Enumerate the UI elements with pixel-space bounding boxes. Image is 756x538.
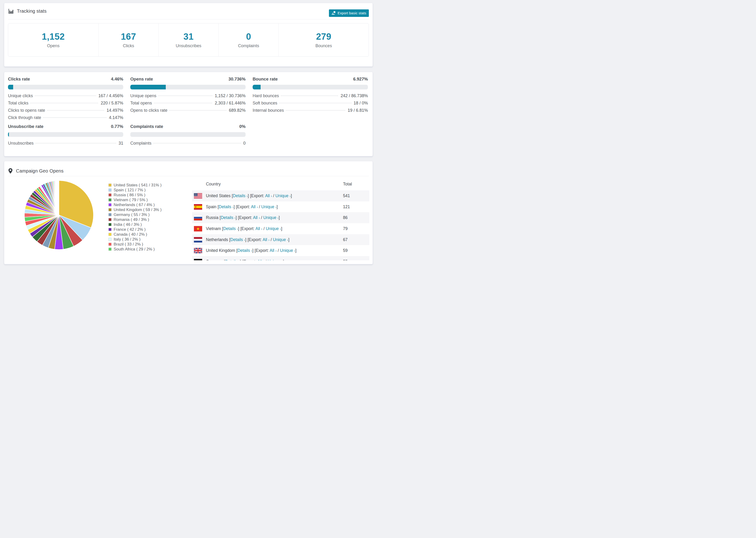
rate-row-label: Total opens xyxy=(130,99,152,107)
export-unique-link[interactable]: Unique › xyxy=(275,193,291,198)
rate-row: Total opens2,303 / 61.446% xyxy=(130,99,245,107)
export-all-label: All xyxy=(255,226,260,231)
geo-country-cell: Germany [Details ›] [Export: All › / Uni… xyxy=(202,259,343,260)
details-link-label: Details xyxy=(225,259,238,260)
rate-group-header: Clicks rate4.46% xyxy=(8,77,123,82)
bar-chart-icon xyxy=(8,8,14,14)
export-all-label: All xyxy=(251,204,255,209)
geo-opens-card: Campaign Geo Opens United States ( 541 /… xyxy=(4,161,373,264)
geo-table-row-us: United States [Details ›] [Export: All ›… xyxy=(192,190,369,201)
rate-row: Unique opens1,152 / 30.736% xyxy=(130,92,245,99)
stat-value: 31 xyxy=(183,32,193,42)
pie-svg xyxy=(24,180,94,250)
rate-group-header: Complaints rate0% xyxy=(130,124,245,129)
rate-row-label: Unique clicks xyxy=(8,92,33,99)
rate-title: Opens rate xyxy=(130,77,153,82)
geo-table-body: United States [Details ›] [Export: All ›… xyxy=(192,190,369,260)
map-pin-icon xyxy=(8,168,13,174)
rate-row-value: 242 / 86.738% xyxy=(341,92,368,99)
dotted-leader xyxy=(286,110,346,111)
legend-item-russia: Russia ( 86 / 5% ) xyxy=(108,192,162,197)
geo-body: United States ( 541 / 31% )Spain ( 121 /… xyxy=(4,176,373,265)
details-link[interactable]: Details › xyxy=(219,204,234,209)
export-unique-link[interactable]: Unique › xyxy=(261,204,277,209)
rate-progress-fill xyxy=(253,85,261,89)
export-unique-link[interactable]: Unique › xyxy=(280,248,296,253)
export-unique-link[interactable]: Unique › xyxy=(266,226,281,231)
legend-item-united-kingdom: United Kingdom ( 59 / 3% ) xyxy=(108,207,162,212)
flag-svg-de xyxy=(194,259,202,260)
stat-tile-clicks: 167Clicks xyxy=(98,24,158,56)
rate-rows: Unique opens1,152 / 30.736%Total opens2,… xyxy=(130,92,245,114)
export-all-link[interactable]: All › xyxy=(257,259,264,260)
rate-group-opens-rate: Opens rate30.736%Unique opens1,152 / 30.… xyxy=(130,77,245,121)
details-link[interactable]: Details › xyxy=(233,193,248,198)
dotted-leader xyxy=(35,95,96,96)
geo-country-cell: Russia [Details ›] [Export: All › / Uniq… xyxy=(202,215,343,220)
rate-row: Clicks to opens rate14.497% xyxy=(8,107,123,114)
export-all-link[interactable]: All › xyxy=(262,237,269,242)
stat-tile-unsubscribes: 31Unsubscribes xyxy=(158,24,219,56)
rate-title: Clicks rate xyxy=(8,77,30,82)
rates-card: Clicks rate4.46%Unique clicks167 / 4.456… xyxy=(4,72,373,156)
rate-rows: Unsubscribes31 xyxy=(8,140,123,147)
country-name: Spain xyxy=(206,204,216,209)
export-all-link[interactable]: All › xyxy=(270,248,277,253)
geo-country-cell: United States [Details ›] [Export: All ›… xyxy=(202,193,343,198)
details-link[interactable]: Details › xyxy=(221,215,236,220)
legend-label: Brazil ( 33 / 2% ) xyxy=(114,242,143,247)
rate-group-header: Opens rate30.736% xyxy=(130,77,245,82)
export-all-link[interactable]: All › xyxy=(253,215,260,220)
flag-svg-vn xyxy=(194,226,202,232)
geo-total-cell: 67 xyxy=(343,237,369,242)
flag-icon-us xyxy=(194,193,202,198)
chevron-right-icon: › xyxy=(237,227,238,231)
details-link-label: Details xyxy=(233,193,245,198)
rate-title: Bounce rate xyxy=(253,77,278,82)
rate-row-label: Click through rate xyxy=(8,114,41,121)
export-all-link[interactable]: All › xyxy=(255,226,262,231)
export-unique-link[interactable]: Unique › xyxy=(268,259,283,260)
export-label: Export: xyxy=(243,259,256,260)
dotted-leader xyxy=(30,103,99,103)
export-label: Export: xyxy=(251,193,264,198)
campaign-statistics-page: Tracking stats Export basic stats 1,152O… xyxy=(0,3,378,269)
stat-value: 0 xyxy=(246,32,251,42)
export-all-link[interactable]: All › xyxy=(251,204,258,209)
legend-swatch xyxy=(108,198,112,201)
geo-title: Campaign Geo Opens xyxy=(16,168,64,174)
flag-icon-es xyxy=(194,204,202,210)
geo-table-row-vn: Vietnam [Details ›] [Export: All › / Uni… xyxy=(192,223,369,234)
details-link[interactable]: Details › xyxy=(237,248,252,253)
details-link[interactable]: Details › xyxy=(230,237,245,242)
legend-label: Russia ( 86 / 5% ) xyxy=(114,193,145,197)
rates-grid: Clicks rate4.46%Unique clicks167 / 4.456… xyxy=(4,72,373,147)
export-label: Export: xyxy=(256,248,269,253)
rate-group-header: Bounce rate6.927% xyxy=(253,77,368,82)
export-unique-link[interactable]: Unique › xyxy=(273,237,288,242)
geo-pie-chart xyxy=(24,180,94,250)
details-link[interactable]: Details › xyxy=(223,226,238,231)
stat-tile-bounces: 279Bounces xyxy=(279,24,369,56)
export-unique-label: Unique xyxy=(266,226,279,231)
rate-progress-fill xyxy=(8,85,13,89)
details-link[interactable]: Details › xyxy=(225,259,240,260)
legend-label: Romania ( 49 / 3% ) xyxy=(114,217,149,222)
export-all-link[interactable]: All › xyxy=(265,193,272,198)
legend-swatch xyxy=(108,243,112,246)
geo-total-cell: 121 xyxy=(343,204,369,209)
export-unique-link[interactable]: Unique › xyxy=(263,215,279,220)
details-link-label: Details xyxy=(219,204,232,209)
export-basic-stats-button[interactable]: Export basic stats xyxy=(329,9,369,17)
rate-group-unsubscribe-rate: Unsubscribe rate0.77%Unsubscribes31 xyxy=(8,124,123,147)
geo-total-cell: 55 xyxy=(343,259,369,260)
stat-value: 167 xyxy=(121,32,136,42)
export-icon xyxy=(332,11,336,15)
geo-table-row-nl: Netherlands [Details ›] [Export: All › /… xyxy=(192,234,369,245)
chevron-right-icon: › xyxy=(287,238,288,242)
export-all-label: All xyxy=(253,215,257,220)
chevron-right-icon: › xyxy=(290,194,291,198)
rate-progress-fill xyxy=(130,85,166,89)
details-link-label: Details xyxy=(237,248,250,253)
rate-row-label: Total clicks xyxy=(8,99,28,107)
